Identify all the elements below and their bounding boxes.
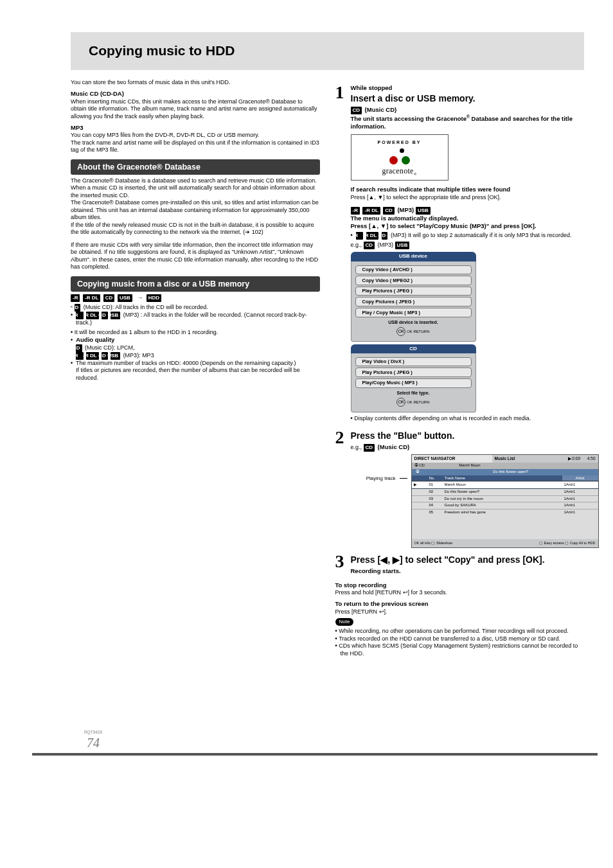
step1-display-note: Display contents differ depending on wha… [351,415,585,423]
music-cd-body: When inserting music CDs, this unit make… [71,98,320,121]
step1-found-bold: If search results indicate that multiple… [351,186,585,193]
stop-heading: To stop recording [335,581,585,589]
aq-cd-text: (Music CD): LPCM, [84,344,135,351]
tag-rdl: -R DL [83,294,100,302]
nav-hdr-left: DIRECT NAVIGATOR [414,456,456,461]
cd-item-1[interactable]: Play Pictures ( JPEG ) [355,368,472,377]
col-no: No. [427,475,443,482]
aq-tag-usb: USB [111,352,120,360]
about-db-p4: If the title of the newly released music… [71,222,320,236]
playing-track-label: Playing track [351,454,396,482]
note-3: CDs which have SCMS (Serial Copy Managem… [335,642,585,657]
step-3-title: Press [◀, ▶] to select "Copy" and press … [351,554,585,566]
about-db-p5: If there are music CDs with very similar… [71,242,320,271]
usb-item-3[interactable]: Copy Pictures ( JPEG ) [355,297,472,306]
music-cd-heading: Music CD (CD-DA) [71,90,320,98]
about-db-heading: About the Gracenote® Database [71,159,320,175]
s1t-mp3: (MP3) [397,206,416,213]
left-column: You can store the two formats of music d… [71,79,320,659]
step-2-number: 2 [335,429,344,445]
bullet-one-album: It will be recorded as 1 album to the HD… [71,329,320,337]
usb-item-4[interactable]: Play / Copy Music ( MP3 ) [355,308,472,317]
s2-cd-tag: CD [364,444,375,452]
eg-cd-tag: CD [364,242,375,249]
nav-cd-icon: ⦿ CD [414,463,425,467]
usb-panel-title: USB device [351,252,476,261]
s1t-usb: USB [416,207,431,215]
usb-item-0[interactable]: Copy Video ( AVCHD ) [355,265,472,275]
table-row[interactable]: 04Good-by SAKURA1Artir1 [412,502,598,509]
table-row[interactable]: 05Freedom wind has gone1Artir1 [412,509,598,516]
step1-cd-label: (Music CD) [365,106,397,113]
tag-r: -R [71,294,80,302]
step-1-title: Insert a disc or USB memory. [351,93,585,105]
step1-tags-line: -R -R DL CD (MP3) USB [351,206,585,215]
about-db-p1: The Gracenote® Database is a database us… [71,177,320,185]
cd-item-0[interactable]: Play Video ( DivX ) [355,357,472,367]
tag-usb: USB [118,294,132,302]
s1t-cd: CD [383,207,395,215]
table-row[interactable]: 02Do this flower open?1Artir1 [412,488,598,495]
s1t-rdl: -R DL [362,207,380,215]
usb-item-1[interactable]: Copy Video ( MPEG2 ) [355,276,472,285]
step-2-title: Press the "Blue" button. [351,430,599,442]
step1-only-bullet: -R -R DL CD (MP3) It will go to step 2 a… [351,232,585,240]
col-track: Track Name [443,475,562,482]
note-2: Tracks recorded on the HDD cannot be tra… [335,635,585,643]
page-footer: RQT9428 74 [71,730,116,752]
arrow-icon: → [137,294,143,302]
mp3-body-1: You can copy MP3 files from the DVD-R, D… [71,132,320,139]
step1-menu-auto: The menu is automatically displayed. [351,215,585,222]
step-1-while: While stopped [351,84,585,92]
tag-hdd: HDD [147,294,161,302]
nav-question: Do this flower open? [423,470,598,475]
step1-found-body: Press [▲, ▼] to select the appropriate t… [351,194,585,202]
note-1: While recording, no other operations can… [335,628,585,635]
nav-rows: ▶01March Moon1Artir1 02Do this flower op… [412,481,598,538]
copy-bullets-1: CD (Music CD): All tracks in the CD will… [71,304,320,327]
aq-mp3-text: (MP3): MP3 [123,352,154,359]
ok-icon-2: OK [396,398,405,407]
mp3-heading: MP3 [71,124,320,132]
cd-item-2[interactable]: Play/Copy Music ( MP3 ) [355,378,472,388]
step-3-number: 3 [335,553,344,569]
cd-panel-foot: OK OK RETURN [355,398,472,407]
aq-tag-cd: CD [76,344,82,352]
table-row[interactable]: 03Do not cry in the moon1Artir1 [412,495,598,502]
eg-usb-tag: USB [395,242,410,249]
copy-from-heading: Copying music from a disc or a USB memor… [71,276,320,292]
usb-panel-sub: USB device is inserted. [355,320,472,326]
return-heading: To return to the previous screen [335,600,585,608]
step-3-sub: Recording starts. [351,567,585,575]
usb-device-panel: USB device Copy Video ( AVCHD ) Copy Vid… [351,252,476,341]
tag2-rdl: -R DL [86,312,98,319]
cd-panel-title: CD [351,344,476,353]
nav-foot-right: ▢ Easy access ▢ Copy All to HDD [539,541,595,545]
audio-quality-label: Audio quality [76,336,114,343]
page-title: Copying music to HDD [71,32,584,70]
aq-tag-rdl: -R DL [86,352,98,360]
cd-panel-sub: Select file type. [355,391,472,396]
tag-cd: CD [103,294,115,302]
footer-rqt: RQT9428 [71,730,116,735]
s1o-cd: CD [382,232,388,240]
step-2: 2 Press the "Blue" button. e.g., CD (Mus… [335,429,585,548]
step2-eg: e.g., CD (Music CD) [351,443,599,452]
right-column: 1 While stopped Insert a disc or USB mem… [335,79,585,659]
aq-tag-r: -R [76,352,84,360]
pointer-line [400,478,407,479]
note-tag: Note [335,618,354,626]
intro-text: You can store the two formats of music d… [71,79,320,87]
gn-dots-icon [388,148,411,165]
usb-item-2[interactable]: Play Pictures ( JPEG ) [355,287,472,296]
step1-press-line: Press [▲, ▼] to select "Play/Copy Music … [351,222,585,230]
tag2-r: -R [76,312,84,319]
media-flow: -R -R DL CD USB → HDD [71,294,320,302]
stop-body: Press and hold [RETURN ↩] for 3 seconds. [335,589,585,597]
tag2-usb: USB [111,312,120,319]
step1-access-text: The unit starts accessing the Gracenote®… [351,114,585,130]
s1o-body: (MP3) It will go to step 2 automatically… [391,232,572,238]
nav-foot-left: OK all info ▢ Slideshow [414,541,453,545]
direct-navigator-panel: DIRECT NAVIGATOR Music List ▶ 0:09 4:50 … [411,454,599,548]
table-row[interactable]: ▶01March Moon1Artir1 [412,481,598,488]
